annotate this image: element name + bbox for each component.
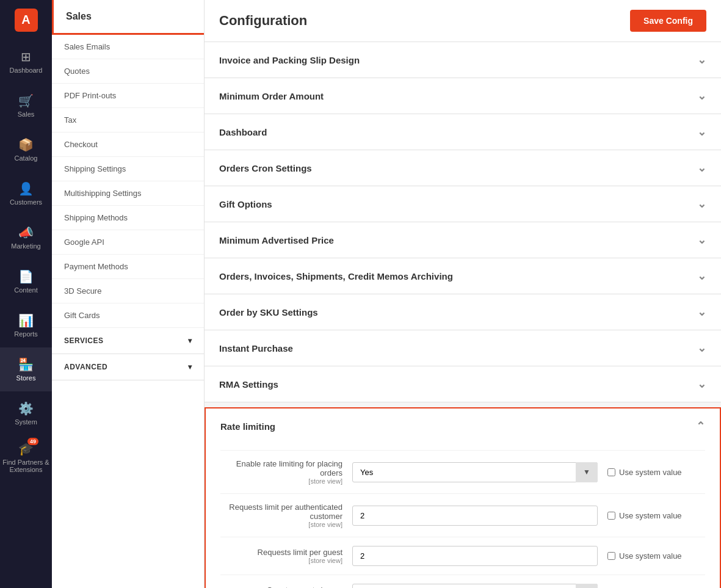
rate-limiting-label: Rate limiting [220, 421, 275, 432]
accordion-header-minimum-order[interactable]: Minimum Order Amount ⌄ [205, 78, 721, 114]
find-partners-badge: 49 [27, 438, 38, 445]
sidebar-item-catalog[interactable]: 📦 Catalog [0, 128, 52, 172]
content-header: Configuration Save Config [205, 0, 721, 42]
accordion-label: Gift Options [219, 199, 272, 209]
chevron-down-icon: ⌄ [697, 89, 706, 103]
advanced-chevron-icon: ▾ [188, 363, 192, 371]
sidebar-item-marketing[interactable]: 📣 Marketing [0, 216, 52, 260]
sidebar-item-dashboard[interactable]: ⊞ Dashboard [0, 40, 52, 84]
sales-icon: 🛒 [18, 93, 34, 108]
sidebar-item-shipping-settings[interactable]: Shipping Settings [52, 157, 204, 181]
accordion-list: Invoice and Packing Slip Design ⌄ Minimu… [205, 42, 721, 588]
accordion-item-order-sku: Order by SKU Settings ⌄ [205, 294, 721, 330]
accordion-item-rma-settings: RMA Settings ⌄ [205, 366, 721, 402]
sidebar-item-system[interactable]: ⚙️ System [0, 391, 52, 435]
chevron-up-icon: ⌃ [696, 419, 705, 433]
requests-guest-control: Use system value [352, 546, 705, 566]
requests-authenticated-label: Requests limit per authenticated custome… [220, 503, 342, 528]
catalog-icon: 📦 [18, 137, 34, 152]
enable-use-system-checkbox[interactable] [607, 468, 615, 476]
accordion-header-order-sku[interactable]: Order by SKU Settings ⌄ [205, 294, 721, 330]
sidebar-item-tax[interactable]: Tax [52, 108, 204, 132]
sidebar-section-services[interactable]: SERVICES ▾ [52, 328, 204, 354]
accordion-header-gift-options[interactable]: Gift Options ⌄ [205, 186, 721, 222]
sidebar-item-gift-cards[interactable]: Gift Cards [52, 303, 204, 328]
sidebar-item-label: Catalog [15, 154, 38, 162]
accordion-item-invoice-packing: Invoice and Packing Slip Design ⌄ [205, 42, 721, 78]
counter-resets-label: Counter resets in a ... [store view] [220, 586, 342, 588]
sidebar-item-multishipping-settings[interactable]: Multishipping Settings [52, 181, 204, 206]
accordion-header-dashboard[interactable]: Dashboard ⌄ [205, 114, 721, 150]
reports-icon: 📊 [18, 313, 34, 328]
services-label: SERVICES [64, 336, 103, 345]
accordion-header-orders-archiving[interactable]: Orders, Invoices, Shipments, Credit Memo… [205, 258, 721, 294]
accordion-header-orders-cron[interactable]: Orders Cron Settings ⌄ [205, 150, 721, 186]
secondary-sidebar-title: Sales [52, 0, 204, 35]
counter-resets-control: Hour Day Week ▼ Use system value [352, 584, 705, 588]
content-area: Configuration Save Config Invoice and Pa… [205, 0, 721, 588]
chevron-down-icon: ⌄ [697, 161, 706, 175]
sidebar-item-label: Find Partners & Extensions [0, 459, 52, 473]
sidebar-item-quotes[interactable]: Quotes [52, 59, 204, 84]
sidebar-item-sales-emails[interactable]: Sales Emails [52, 35, 204, 59]
sidebar-item-find-partners[interactable]: 🎓 49 Find Partners & Extensions [0, 435, 52, 479]
accordion-item-minimum-order: Minimum Order Amount ⌄ [205, 78, 721, 114]
requests-guest-use-system-checkbox[interactable] [607, 552, 615, 560]
requests-guest-use-system-label: Use system value [619, 551, 682, 561]
accordion-header-invoice-packing[interactable]: Invoice and Packing Slip Design ⌄ [205, 42, 721, 78]
accordion-label: Instant Purchase [219, 343, 293, 354]
accordion-item-rate-limiting: Rate limiting ⌃ Enable rate limiting for… [205, 407, 721, 588]
accordion-item-dashboard: Dashboard ⌄ [205, 114, 721, 150]
chevron-down-icon: ⌄ [697, 377, 706, 391]
counter-resets-select-wrap: Hour Day Week ▼ [352, 584, 598, 588]
sidebar-section-advanced[interactable]: ADVANCED ▾ [52, 354, 204, 380]
services-chevron-icon: ▾ [188, 336, 192, 345]
requests-authenticated-use-system-checkbox[interactable] [607, 512, 615, 520]
accordion-item-orders-archiving: Orders, Invoices, Shipments, Credit Memo… [205, 258, 721, 294]
sidebar-item-reports[interactable]: 📊 Reports [0, 303, 52, 347]
main-area: Sales Sales Emails Quotes PDF Print-outs… [52, 0, 721, 588]
system-icon: ⚙️ [18, 401, 34, 416]
sidebar-item-label: Reports [14, 330, 38, 338]
sidebar-item-label: Dashboard [10, 67, 43, 74]
sidebar-item-content[interactable]: 📄 Content [0, 260, 52, 303]
enable-rate-limiting-select[interactable]: Yes No [352, 462, 598, 482]
requests-authenticated-use-system-label: Use system value [619, 511, 682, 520]
sidebar-item-label: Content [14, 286, 38, 294]
requests-authenticated-input[interactable] [352, 506, 598, 526]
sidebar-item-shipping-methods[interactable]: Shipping Methods [52, 206, 204, 230]
chevron-down-icon: ⌄ [697, 125, 706, 139]
requests-guest-label: Requests limit per guest [store view] [220, 548, 342, 564]
rate-row-counter-resets: Counter resets in a ... [store view] Hou… [220, 575, 705, 588]
sidebar-item-payment-methods[interactable]: Payment Methods [52, 255, 204, 279]
accordion-header-rma-settings[interactable]: RMA Settings ⌄ [205, 366, 721, 402]
chevron-down-icon: ⌄ [697, 305, 706, 319]
chevron-down-icon: ⌄ [697, 233, 706, 247]
sidebar-item-checkout[interactable]: Checkout [52, 132, 204, 157]
chevron-down-icon: ⌄ [697, 53, 706, 67]
rate-limiting-body: Enable rate limiting for placing orders … [206, 444, 720, 588]
accordion-label: Minimum Order Amount [219, 91, 324, 101]
save-config-button[interactable]: Save Config [630, 10, 706, 32]
accordion-header-minimum-advertised[interactable]: Minimum Advertised Price ⌄ [205, 222, 721, 258]
accordion-label: Invoice and Packing Slip Design [219, 55, 360, 65]
sidebar-item-google-api[interactable]: Google API [52, 230, 204, 255]
accordion-item-orders-cron: Orders Cron Settings ⌄ [205, 150, 721, 186]
stores-icon: 🏪 [18, 357, 34, 372]
counter-resets-select[interactable]: Hour Day Week [352, 584, 598, 588]
sidebar-item-pdf-printouts[interactable]: PDF Print-outs [52, 84, 204, 108]
sidebar-item-label: Stores [16, 374, 36, 382]
chevron-down-icon: ⌄ [697, 341, 706, 355]
sidebar-item-sales[interactable]: 🛒 Sales [0, 84, 52, 128]
accordion-header-rate-limiting[interactable]: Rate limiting ⌃ [206, 408, 720, 444]
accordion-label: Orders Cron Settings [219, 163, 312, 173]
requests-guest-input[interactable] [352, 546, 598, 566]
sidebar-item-3d-secure[interactable]: 3D Secure [52, 279, 204, 303]
sidebar-item-customers[interactable]: 👤 Customers [0, 172, 52, 216]
requests-authenticated-use-system-wrap: Use system value [607, 511, 705, 520]
sidebar-item-label: System [15, 418, 37, 426]
enable-rate-limiting-select-wrap: Yes No ▼ [352, 462, 598, 482]
page-title: Configuration [219, 13, 307, 29]
accordion-header-instant-purchase[interactable]: Instant Purchase ⌄ [205, 330, 721, 366]
sidebar-item-stores[interactable]: 🏪 Stores [0, 347, 52, 391]
